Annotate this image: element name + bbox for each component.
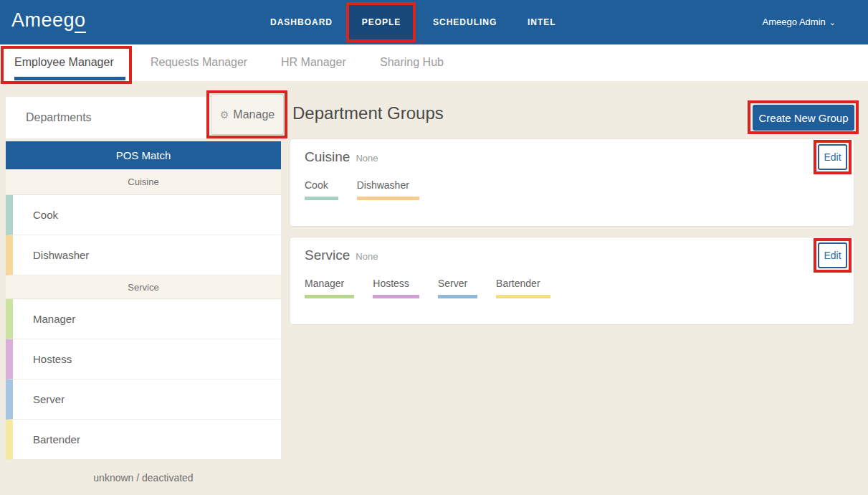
nav-item-dashboard[interactable]: DASHBOARD [270,0,333,44]
nav-item-scheduling[interactable]: SCHEDULING [433,0,497,44]
gear-icon: ⚙ [220,109,229,121]
active-tab-underline [14,77,125,80]
sidebar-item-label: Cook [33,209,58,221]
group-card-service: Service None Manager Hostess Server Bart… [290,237,854,325]
sidebar-item-bartender[interactable]: Bartender [6,420,281,460]
ameego-logo[interactable]: Ameego [11,9,86,32]
manage-button-label: Manage [233,108,275,121]
edit-group-service-button[interactable]: Edit [818,242,847,268]
tab-hr-manager[interactable]: HR Manager [281,44,346,81]
chevron-down-icon: ⌄ [829,18,836,27]
legend-unknown-deactivated: unknown / deactivated [6,472,281,484]
pos-match-header: POS Match [6,141,281,169]
nav-item-people[interactable]: PEOPLE [349,5,414,39]
sidebar-item-label: Dishwasher [33,249,89,261]
sidebar-item-label: Server [33,393,65,405]
group-name: Service [305,248,350,263]
create-new-group-button[interactable]: Create New Group [753,105,854,131]
sidebar-section-service: Service [6,275,281,299]
page-title: Department Groups [292,103,444,123]
nav-item-intel[interactable]: INTEL [528,0,556,44]
sidebar-item-server[interactable]: Server [6,380,281,420]
department-tag-server: Server [438,278,477,298]
sidebar-item-label: Bartender [33,433,80,446]
group-subtitle: None [356,251,378,262]
user-menu-label: Ameego Admin [763,16,826,27]
logo-text: Ameeg [11,9,75,31]
sidebar-item-label: Hostess [33,353,72,365]
logo-underlined-letter: o [75,9,86,33]
tab-employee-manager[interactable]: Employee Manager [14,44,114,81]
group-card-cuisine: Cuisine None Cook Dishwasher [290,138,854,227]
group-subtitle: None [356,153,378,164]
department-tag-hostess: Hostess [373,278,419,298]
nav-item-people-label: PEOPLE [362,17,401,27]
sidebar-item-hostess[interactable]: Hostess [6,339,281,380]
department-tag-bartender: Bartender [496,278,550,298]
sidebar-item-manager[interactable]: Manager [6,299,281,339]
department-tag-cook: Cook [305,179,338,200]
group-departments-row: Manager Hostess Server Bartender [305,278,854,298]
top-header-bar: Ameego DASHBOARD PEOPLE SCHEDULING INTEL… [0,0,868,44]
sidebar-item-dishwasher[interactable]: Dishwasher [6,235,281,275]
sidebar-item-cook[interactable]: Cook [6,195,281,235]
sidebar-section-cuisine: Cuisine [6,169,281,195]
department-tag-manager: Manager [305,278,354,298]
group-departments-row: Cook Dishwasher [305,179,854,200]
sidebar-item-label: Manager [33,313,75,325]
tab-requests-manager[interactable]: Requests Manager [151,44,247,81]
tab-sharing-hub[interactable]: Sharing Hub [380,44,444,81]
user-menu[interactable]: Ameego Admin⌄ [763,0,836,44]
edit-group-cuisine-button[interactable]: Edit [818,144,847,170]
manage-departments-button[interactable]: ⚙ Manage [211,94,284,135]
department-tag-dishwasher: Dishwasher [357,179,419,200]
group-name: Cuisine [305,149,350,165]
